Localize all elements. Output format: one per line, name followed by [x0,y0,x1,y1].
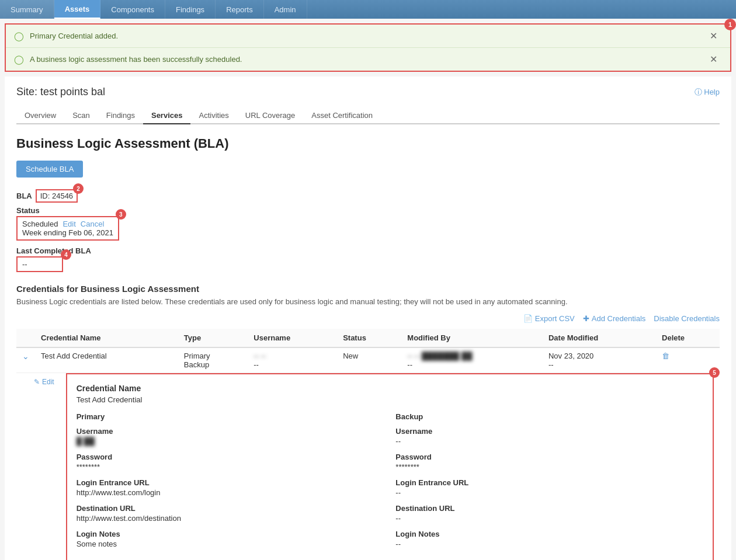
row-expand-cell: ⌄ [16,347,35,373]
check-circle-icon-2: ◯ [14,54,24,65]
row-username-cell: -- -- -- [248,347,337,373]
bla-section: Business Logic Assessment (BLA) Schedule… [16,136,720,272]
tab-findings[interactable]: Findings [98,107,143,124]
primary-dest-url-value: http://www.test.com/destination [77,514,384,523]
nav-reports[interactable]: Reports [216,0,264,19]
credentials-section: Credentials for Business Logic Assessmen… [16,284,720,560]
col-name: Credential Name [35,329,178,347]
last-completed-label: Last Completed BLA [16,246,720,255]
col-date-modified: Date Modified [543,329,656,347]
disable-credentials-link[interactable]: Disable Credentials [654,314,720,323]
backup-username-label: Username [395,427,703,436]
last-completed-value: -- [22,260,27,269]
nav-summary[interactable]: Summary [0,0,54,19]
credentials-actions: 📄 Export CSV ✚ Add Credentials Disable C… [16,314,720,323]
tab-url-coverage[interactable]: URL Coverage [237,107,304,124]
tab-activities[interactable]: Activities [190,107,237,124]
row-modified-by-value: -- -- ███████ ██ [407,352,472,360]
nav-findings[interactable]: Findings [165,0,216,19]
backup-login-url-field: Login Entrance URL -- [395,478,703,497]
backup-password-value: ******** [395,462,703,471]
export-icon: 📄 [523,314,533,323]
credentials-table: Credential Name Type Username Status Mod… [16,329,720,373]
cancel-bla-link[interactable]: Cancel [81,220,104,228]
bla-id-row: BLA ID: 24546 2 [16,189,720,203]
alert-close-2[interactable]: ✕ [705,54,722,65]
help-link[interactable]: ⓘ Help [695,87,720,98]
backup-username-field: Username -- [395,427,703,446]
alert-item-2: ◯ A business logic assessment has been s… [6,48,730,71]
bla-id-label: BLA [16,192,32,200]
bla-section-title: Business Logic Assessment (BLA) [16,136,720,151]
site-header: Site: test points bal ⓘ Help [16,86,720,98]
bla-id-badge: 2 [73,183,84,194]
check-circle-icon: ◯ [14,31,24,41]
alert-text-2: A business logic assessment has been suc… [30,55,705,64]
bla-id-value: ID: 24546 [40,192,73,200]
col-delete: Delete [656,329,720,347]
primary-username-field: Username █ ██ [77,427,384,446]
row-modified-by-cell: -- -- ███████ ██ -- [401,347,543,373]
main-content: Site: test points bal ⓘ Help Overview Sc… [5,76,731,560]
bla-id-box: ID: 24546 2 [36,189,78,203]
table-header-row: Credential Name Type Username Status Mod… [16,329,720,347]
detail-cred-name-label: Credential Name [77,384,703,393]
tab-scan[interactable]: Scan [64,107,98,124]
site-title: Site: test points bal [16,86,105,98]
nav-components[interactable]: Components [100,0,165,19]
status-section: Status Scheduled Edit Cancel Week ending… [16,206,720,241]
row-username-primary: -- -- [254,352,266,360]
row-date-cell: Nov 23, 2020 -- [543,347,656,373]
credentials-title: Credentials for Business Logic Assessmen… [16,284,720,294]
primary-notes-value: Some notes [77,540,384,548]
backup-notes-field: Login Notes -- [395,530,703,548]
primary-dest-url-field: Destination URL http://www.test.com/dest… [77,504,384,523]
add-credentials-link[interactable]: ✚ Add Credentials [583,314,646,323]
credential-detail-panel: 5 Credential Name Test Add Credential Pr… [66,373,714,560]
export-csv-link[interactable]: 📄 Export CSV [523,314,575,323]
credentials-description: Business Logic credentials are listed be… [16,297,720,306]
tab-overview[interactable]: Overview [16,107,64,124]
col-username: Username [248,329,337,347]
primary-login-url-field: Login Entrance URL http://www.test.com/l… [77,478,384,497]
primary-login-url-label: Login Entrance URL [77,478,384,487]
nav-admin[interactable]: Admin [264,0,307,19]
backup-login-url-label: Login Entrance URL [395,478,703,487]
alert-close-1[interactable]: ✕ [705,30,722,41]
row-date-primary: Nov 23, 2020 [548,352,650,360]
row-date-backup: -- [548,360,650,369]
row-type-backup: Backup [184,360,242,369]
primary-password-value: ******** [77,462,384,471]
primary-login-url-value: http://www.test.com/login [77,488,384,497]
status-value: Scheduled [22,220,58,228]
backup-notes-label: Login Notes [395,530,703,538]
backup-dest-url-field: Destination URL -- [395,504,703,523]
tab-services[interactable]: Services [143,107,191,124]
primary-notes-label: Login Notes [77,530,384,538]
schedule-bla-button[interactable]: Schedule BLA [16,161,83,178]
col-modified-by: Modified By [401,329,543,347]
last-completed-section: Last Completed BLA -- 4 [16,246,720,272]
detail-primary-col: Primary Username █ ██ Password ******** … [77,412,384,555]
expanded-row-container: ✎ Edit 5 Credential Name Test Add Creden… [16,373,720,560]
col-status: Status [337,329,401,347]
alert-item-1: ◯ Primary Credential added. ✕ [6,25,730,48]
col-type: Type [178,329,248,347]
top-navigation: Summary Assets Components Findings Repor… [0,0,736,19]
delete-row-button[interactable]: 🗑 [662,352,669,360]
add-icon: ✚ [583,314,589,323]
tab-asset-certification[interactable]: Asset Certification [303,107,381,124]
status-badge: 3 [116,209,126,220]
backup-password-label: Password [395,453,703,461]
edit-bla-link[interactable]: Edit [63,220,75,228]
status-row: Scheduled Edit Cancel [22,220,113,228]
week-text: Week ending Feb 06, 2021 [22,228,113,237]
backup-login-url-value: -- [395,488,703,497]
detail-cred-name-value: Test Add Credential [77,395,703,404]
expand-row-button[interactable]: ⌄ [22,352,29,361]
edit-credential-link[interactable]: ✎ Edit [34,378,54,386]
primary-password-field: Password ******** [77,453,384,471]
backup-dest-url-label: Destination URL [395,504,703,513]
nav-assets[interactable]: Assets [54,0,101,19]
backup-dest-url-value: -- [395,514,703,523]
